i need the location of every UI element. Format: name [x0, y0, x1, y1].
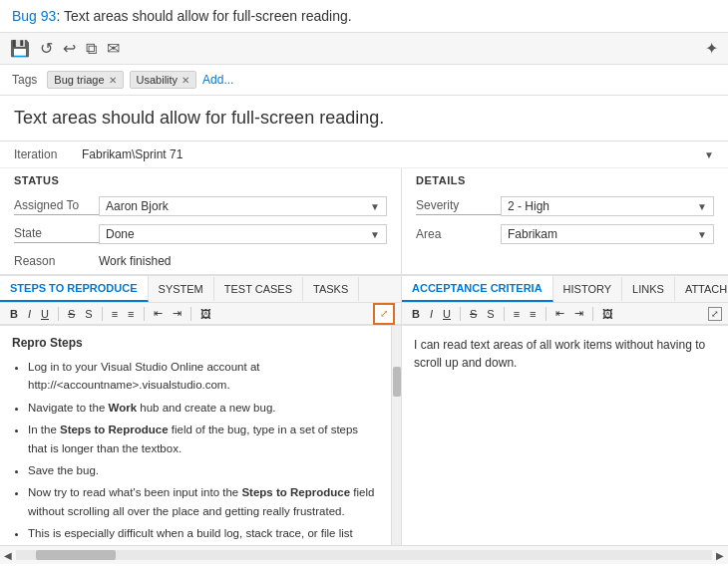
list-item: Navigate to the Work hub and create a ne…: [28, 399, 379, 417]
ol-button-left[interactable]: ≡: [108, 307, 122, 321]
list-item: Log in to your Visual Studio Online acco…: [28, 358, 379, 395]
tabs-container: STEPS TO REPRODUCE SYSTEM TEST CASES TAS…: [0, 275, 728, 303]
ol-button-right[interactable]: ≡: [510, 307, 524, 321]
tab-attachment[interactable]: ATTACHMENT: [675, 277, 728, 301]
severity-arrow: ▼: [697, 201, 707, 212]
severity-value: 2 - High: [508, 199, 549, 213]
area-select[interactable]: Fabrikam ▼: [501, 224, 714, 244]
state-label: State: [14, 226, 99, 243]
steps-content: Repro Steps Log in to your Visual Studio…: [0, 326, 391, 545]
underline-button-left[interactable]: U: [37, 307, 53, 321]
scroll-right-arrow[interactable]: ▶: [712, 548, 728, 562]
email-icon[interactable]: ✉: [107, 39, 120, 58]
editor-toolbars-row: B I U S S ≡ ≡ ⇤ ⇥ 🖼 ⤢ B I U S S ≡ ≡ ⇤ ⇥ …: [0, 303, 728, 326]
scroll-track[interactable]: [16, 550, 712, 560]
image-button-right[interactable]: 🖼: [598, 307, 617, 321]
status-column: STATUS Assigned To Aaron Bjork ▼ State D…: [0, 168, 402, 274]
indent-right-button-right[interactable]: ⇥: [570, 306, 587, 321]
tab-test-cases[interactable]: TEST CASES: [214, 277, 303, 301]
sep3-right: [546, 307, 546, 321]
state-arrow: ▼: [370, 229, 380, 240]
assigned-to-row: Assigned To Aaron Bjork ▼: [0, 192, 401, 220]
content-area: Repro Steps Log in to your Visual Studio…: [0, 326, 728, 545]
details-column: DETAILS Severity 2 - High ▼ Area Fabrika…: [402, 168, 728, 274]
ul-button-left[interactable]: ≡: [124, 307, 138, 321]
tag-bug-triage: Bug triage ✕: [47, 71, 123, 89]
indent-left-button[interactable]: ⇤: [150, 306, 167, 321]
italic-button-right[interactable]: I: [426, 307, 437, 321]
scroll-left-arrow[interactable]: ◀: [0, 548, 16, 562]
settings-icon[interactable]: ✦: [705, 39, 718, 58]
acceptance-panel: I can read text areas of all work items …: [402, 326, 728, 545]
tab-system[interactable]: SYSTEM: [149, 277, 214, 301]
tag-bug-triage-close[interactable]: ✕: [109, 75, 117, 86]
severity-row: Severity 2 - High ▼: [402, 192, 728, 220]
assigned-to-select[interactable]: Aaron Bjork ▼: [99, 196, 387, 216]
iteration-label: Iteration: [14, 147, 74, 161]
left-tabs: STEPS TO REPRODUCE SYSTEM TEST CASES TAS…: [0, 275, 402, 302]
refresh-icon[interactable]: ↺: [40, 39, 53, 58]
left-editor-toolbar: B I U S S ≡ ≡ ⇤ ⇥ 🖼 ⤢: [0, 303, 402, 325]
list-item: This is especially difficult when a buil…: [28, 524, 379, 542]
reason-row: Reason Work finished: [0, 248, 401, 274]
undo-icon[interactable]: ↩: [63, 39, 76, 58]
tag-usability-label: Usability: [137, 74, 179, 86]
bottom-scrollbar: ◀ ▶: [0, 545, 728, 564]
details-header: DETAILS: [402, 168, 728, 192]
title-bar: Bug 93: Text areas should allow for full…: [0, 0, 728, 33]
bold-button-left[interactable]: B: [6, 307, 22, 321]
tag-usability-close[interactable]: ✕: [182, 75, 189, 86]
underline-button-right[interactable]: U: [439, 307, 455, 321]
expand-button[interactable]: ⤢: [373, 303, 395, 325]
sep2-left: [102, 307, 103, 321]
iteration-row: Iteration Fabrikam\Sprint 71 ▼: [0, 142, 728, 168]
severity-select[interactable]: 2 - High ▼: [501, 196, 714, 216]
highlight-button-left[interactable]: S: [81, 307, 96, 321]
tab-history[interactable]: HISTORY: [553, 277, 623, 301]
iteration-value: Fabrikam\Sprint 71: [82, 147, 696, 161]
work-item-title: Text areas should allow for full-screen …: [0, 96, 728, 142]
state-select[interactable]: Done ▼: [99, 224, 387, 244]
ul-button-right[interactable]: ≡: [526, 307, 540, 321]
expand-icon: ⤢: [380, 308, 388, 319]
area-row: Area Fabrikam ▼: [402, 220, 728, 248]
sep4-left: [190, 307, 191, 321]
bug-link[interactable]: Bug 93: [12, 8, 56, 24]
iteration-dropdown-arrow[interactable]: ▼: [704, 149, 714, 160]
bold-button-right[interactable]: B: [408, 307, 424, 321]
assigned-to-value: Aaron Bjork: [106, 199, 169, 213]
tag-bug-triage-label: Bug triage: [54, 74, 104, 86]
indent-right-button[interactable]: ⇥: [169, 306, 185, 321]
sep4-right: [592, 307, 593, 321]
tab-tasks[interactable]: TASKS: [303, 277, 359, 301]
toolbar: 💾 ↺ ↩ ⧉ ✉ ✦: [0, 33, 728, 65]
severity-label: Severity: [416, 198, 501, 215]
strikethrough-button-right[interactable]: S: [466, 307, 481, 321]
expand-button-right[interactable]: ⤢: [708, 307, 722, 321]
tags-bar: Tags Bug triage ✕ Usability ✕ Add...: [0, 65, 728, 96]
state-row: State Done ▼: [0, 220, 401, 248]
italic-button-left[interactable]: I: [24, 307, 35, 321]
tag-add-button[interactable]: Add...: [202, 73, 233, 87]
sep3-left: [144, 307, 145, 321]
bug-title-text: : Text areas should allow for full-scree…: [56, 8, 351, 24]
tab-steps-to-reproduce[interactable]: STEPS TO REPRODUCE: [0, 276, 149, 302]
area-arrow: ▼: [697, 229, 707, 240]
list-item: In the Steps to Reproduce field of the b…: [28, 421, 379, 457]
area-value: Fabrikam: [508, 227, 557, 241]
tab-links[interactable]: LINKS: [622, 277, 675, 301]
highlight-button-right[interactable]: S: [483, 307, 498, 321]
tag-usability: Usability ✕: [130, 71, 197, 89]
strikethrough-button-left[interactable]: S: [64, 307, 79, 321]
image-button-left[interactable]: 🖼: [196, 307, 215, 321]
save-icon[interactable]: 💾: [10, 39, 30, 58]
reason-label: Reason: [14, 254, 99, 268]
steps-scrollbar[interactable]: [391, 326, 401, 545]
state-value: Done: [106, 227, 135, 241]
acceptance-content: I can read text areas of all work items …: [402, 326, 728, 382]
copy-icon[interactable]: ⧉: [86, 40, 97, 58]
steps-scrollbar-thumb[interactable]: [393, 367, 401, 397]
indent-left-button-right[interactable]: ⇤: [551, 306, 568, 321]
tab-acceptance-criteria[interactable]: ACCEPTANCE CRITERIA: [402, 276, 553, 302]
scroll-thumb[interactable]: [36, 550, 116, 560]
